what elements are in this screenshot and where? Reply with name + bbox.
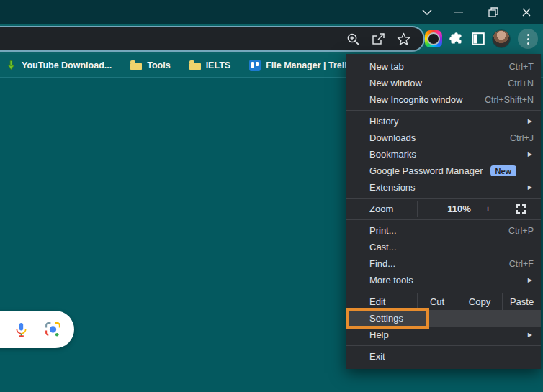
menu-item-label: Settings [369,313,534,324]
edit-label: Edit [346,296,417,307]
bookmark-ielts-folder[interactable]: IELTS [189,60,231,70]
fullscreen-button[interactable] [501,204,541,214]
address-bar[interactable] [0,26,425,52]
submenu-arrow-icon: ▶ [528,151,532,158]
menu-item-shortcut: Ctrl+T [509,62,534,72]
menu-item-label: Bookmarks [369,149,528,160]
menu-item-label: More tools [369,275,528,286]
three-dot-menu-button[interactable] [518,29,538,49]
google-search-bar[interactable] [0,311,74,348]
fullscreen-icon [516,204,526,214]
menu-item-shortcut: Ctrl+N [508,78,534,88]
menu-item-label: Downloads [369,132,510,143]
menu-edit-row: Edit Cut Copy Paste [346,293,541,310]
menu-item-extensions[interactable]: Extensions ▶ [346,179,541,196]
browser-toolbar [0,24,543,54]
submenu-arrow-icon: ▶ [528,332,532,338]
folder-icon [130,63,142,70]
menu-item-print[interactable]: Print... Ctrl+P [346,222,541,239]
cut-button[interactable]: Cut [418,296,457,307]
menu-separator [346,110,541,111]
menu-item-cast[interactable]: Cast... [346,239,541,255]
bookmark-trello[interactable]: File Manager | Trello [249,60,352,71]
zoom-label: Zoom [346,204,417,214]
folder-icon [189,63,201,70]
menu-item-new-tab[interactable]: New tab Ctrl+T [346,58,541,75]
bookmark-star-icon[interactable] [396,32,410,46]
title-bar [0,0,543,24]
menu-item-label: New Incognito window [369,94,485,105]
chevron-down-icon[interactable] [418,3,436,22]
menu-item-history[interactable]: History ▶ [346,113,541,129]
menu-item-label: Google Password Manager [369,165,483,176]
zoom-in-button[interactable]: + [480,204,496,214]
google-lens-icon[interactable] [44,321,62,339]
menu-item-label: New window [369,78,508,88]
menu-item-bookmarks[interactable]: Bookmarks ▶ [346,146,541,163]
chrome-main-menu: New tab Ctrl+T New window Ctrl+N New Inc… [346,54,541,369]
profile-avatar[interactable] [492,29,511,48]
bookmark-label: Tools [147,60,170,70]
menu-item-help[interactable]: Help ▶ [346,327,541,343]
bookmark-tools-folder[interactable]: Tools [130,60,170,70]
menu-item-shortcut: Ctrl+Shift+N [485,95,534,105]
menu-item-exit[interactable]: Exit [346,348,541,365]
menu-separator [346,291,541,291]
menu-item-label: Find... [369,258,509,269]
rainbow-theme-icon[interactable] [425,30,442,47]
submenu-arrow-icon: ▶ [528,277,532,283]
zoom-out-button[interactable]: − [422,204,438,214]
menu-item-shortcut: Ctrl+J [510,133,534,143]
bookmark-youtube-download[interactable]: YouTube Download... [6,60,112,71]
menu-item-new-incognito-window[interactable]: New Incognito window Ctrl+Shift+N [346,91,541,108]
side-panel-icon[interactable] [472,32,485,45]
close-button[interactable] [517,3,536,22]
three-dot-icon [527,34,529,45]
menu-separator [346,219,541,220]
menu-item-more-tools[interactable]: More tools ▶ [346,272,541,288]
bookmark-label: YouTube Download... [22,60,112,70]
menu-item-find[interactable]: Find... Ctrl+F [346,255,541,272]
zoom-in-icon[interactable] [346,32,360,46]
menu-item-shortcut: Ctrl+F [509,259,534,269]
menu-item-settings[interactable]: Settings [346,310,541,327]
minimize-button[interactable] [449,3,468,22]
menu-item-label: Cast... [369,242,534,252]
menu-item-label: New tab [369,61,509,72]
menu-item-google-password-manager[interactable]: Google Password Manager New [346,163,541,179]
bookmark-label: IELTS [206,60,231,70]
paste-button[interactable]: Paste [503,296,541,307]
zoom-level: 110% [447,204,471,214]
microphone-icon[interactable] [13,322,30,338]
menu-item-downloads[interactable]: Downloads Ctrl+J [346,129,541,146]
bookmark-label: File Manager | Trello [266,60,352,70]
menu-separator [346,345,541,346]
share-icon[interactable] [371,32,385,46]
menu-item-new-window[interactable]: New window Ctrl+N [346,75,541,91]
menu-item-label: History [369,116,528,127]
submenu-arrow-icon: ▶ [528,118,532,124]
new-badge: New [490,165,517,176]
toolbar-extensions-area [425,24,538,54]
restore-button[interactable] [484,3,503,22]
trello-icon [249,60,261,71]
menu-item-label: Extensions [369,182,528,193]
menu-item-shortcut: Ctrl+P [508,226,534,236]
menu-item-label: Print... [369,225,508,236]
menu-zoom-row: Zoom − 110% + [346,201,541,217]
submenu-arrow-icon: ▶ [528,184,532,191]
extensions-puzzle-icon[interactable] [449,32,465,47]
menu-item-label: Help [369,329,528,340]
download-arrow-icon [6,60,17,71]
copy-button[interactable]: Copy [457,296,502,307]
menu-separator [346,198,541,199]
menu-item-label: Exit [369,351,534,362]
